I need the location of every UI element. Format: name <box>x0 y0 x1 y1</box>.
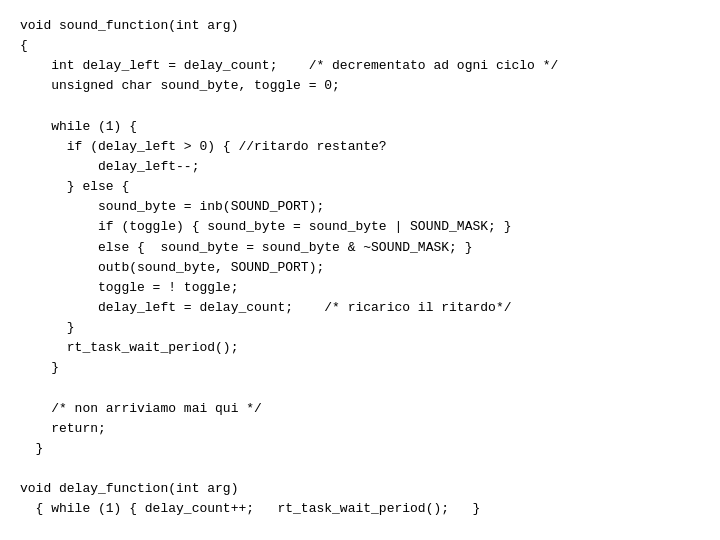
code-line: sound_byte = inb(SOUND_PORT); <box>20 197 700 217</box>
code-line: delay_left = delay_count; /* ricarico il… <box>20 298 700 318</box>
code-line: unsigned char sound_byte, toggle = 0; <box>20 76 700 96</box>
code-line <box>20 97 700 117</box>
code-line: if (toggle) { sound_byte = sound_byte | … <box>20 217 700 237</box>
code-line: } <box>20 439 700 459</box>
code-line: return; <box>20 419 700 439</box>
code-line: } else { <box>20 177 700 197</box>
code-line <box>20 379 700 399</box>
code-line: void delay_function(int arg) <box>20 479 700 499</box>
code-line: outb(sound_byte, SOUND_PORT); <box>20 258 700 278</box>
code-line: { while (1) { delay_count++; rt_task_wai… <box>20 499 700 519</box>
code-line: /* non arriviamo mai qui */ <box>20 399 700 419</box>
code-line <box>20 520 700 540</box>
code-line: rt_task_wait_period(); <box>20 338 700 358</box>
code-line: delay_left--; <box>20 157 700 177</box>
code-line: toggle = ! toggle; <box>20 278 700 298</box>
code-line: else { sound_byte = sound_byte & ~SOUND_… <box>20 238 700 258</box>
code-line: { <box>20 36 700 56</box>
code-line: while (1) { <box>20 117 700 137</box>
code-line: void sound_function(int arg) <box>20 16 700 36</box>
code-line: } <box>20 358 700 378</box>
code-editor: void sound_function(int arg){ int delay_… <box>0 0 720 540</box>
code-line: } <box>20 318 700 338</box>
code-line: int delay_left = delay_count; /* decreme… <box>20 56 700 76</box>
code-line: if (delay_left > 0) { //ritardo restante… <box>20 137 700 157</box>
code-line <box>20 459 700 479</box>
